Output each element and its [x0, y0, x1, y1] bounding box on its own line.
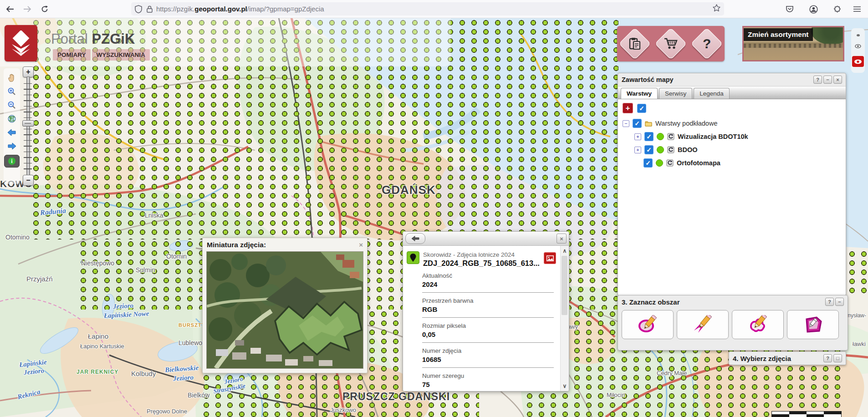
layer-group-label[interactable]: Warstwy podkładowe	[655, 120, 717, 127]
bookmark-star-icon[interactable]	[713, 4, 720, 14]
scroll-down-icon[interactable]: ∨	[561, 382, 569, 390]
edit-polygon-button[interactable]	[787, 310, 839, 339]
browser-back-button[interactable]	[3, 2, 17, 16]
title-regular: Portal	[51, 31, 92, 47]
full-extent-globe-icon[interactable]	[5, 112, 18, 126]
url-scheme: https://pzgik.	[156, 5, 194, 13]
aerial-photo-thumbnail	[206, 251, 363, 369]
scroll-up-icon[interactable]: ∧	[561, 247, 569, 255]
draw-freehand-button[interactable]	[732, 310, 784, 339]
collapse-icon[interactable]: −	[623, 120, 629, 127]
back-button[interactable]	[405, 233, 425, 244]
map-contents-title-bar[interactable]: Zawartość mapy ? − ×	[618, 73, 846, 86]
layer-checkbox[interactable]	[643, 158, 653, 168]
field-label: Rozmiar piksela	[422, 322, 558, 329]
draw-freehand-pencil-icon	[747, 315, 768, 334]
photo-centers-dots[interactable]	[846, 249, 868, 297]
zoom-out-icon[interactable]	[5, 98, 18, 112]
header-tabs: POMIARY WYSZUKIWANIA	[53, 49, 150, 61]
map-tools-toolbar: i	[4, 68, 20, 184]
field-value: 10685	[422, 356, 558, 363]
identify-info-button[interactable]: i	[4, 155, 20, 168]
panel-restore-button[interactable]: □	[833, 354, 842, 362]
draw-ellipse-button[interactable]	[622, 310, 674, 339]
all-layers-checkbox[interactable]	[637, 104, 646, 113]
panel-minimize-button[interactable]: −	[835, 298, 844, 306]
scrollbar-thumb[interactable]	[562, 256, 567, 315]
add-layer-button[interactable]: +	[623, 103, 633, 113]
zoom-slider-minus-button[interactable]: −	[23, 175, 34, 186]
panel-help-button[interactable]: ?	[823, 354, 832, 362]
help-icon: ?	[702, 36, 710, 51]
change-assortment-button[interactable]: Zmień asortyment	[742, 26, 844, 61]
help-button[interactable]: ?	[690, 28, 723, 60]
map-marker-icon	[407, 251, 419, 264]
layer-label[interactable]: Ortofotomapa	[677, 159, 720, 167]
panel-close-button[interactable]: ×	[833, 76, 842, 84]
zoom-slider-plus-button[interactable]: +	[23, 66, 34, 77]
layer-checkbox[interactable]	[644, 132, 654, 141]
visibility-eye-icon	[854, 59, 862, 64]
layer-checkbox[interactable]	[633, 119, 642, 128]
detail-scrollbar[interactable]: ∧ ∨	[560, 246, 569, 391]
lock-secure-icon[interactable]	[147, 5, 153, 13]
tab-legenda[interactable]: Legenda	[694, 88, 730, 99]
image-icon	[546, 255, 554, 261]
field: Numer szeregu 75	[422, 372, 558, 392]
layer-status-dot	[657, 146, 664, 153]
zoom-slider-handle[interactable]	[22, 120, 34, 127]
select-photos-panel[interactable]: 4. Wybierz zdjęcia ? □	[729, 351, 846, 365]
layer-checkbox[interactable]	[644, 145, 654, 154]
layer-label[interactable]: Wizualizacja BDOT10k	[678, 133, 748, 140]
expand-icon[interactable]: +	[634, 147, 641, 153]
layer-status-dot	[657, 133, 664, 140]
panel-help-button[interactable]: ?	[825, 298, 834, 306]
pan-hand-icon[interactable]	[5, 71, 18, 85]
expand-icon[interactable]: +	[634, 133, 641, 140]
url-text[interactable]: https://pzgik.geoportal.gov.pl/imap/?gpm…	[156, 5, 324, 13]
panel-title-text: 4. Wybierz zdjęcia	[733, 355, 791, 362]
panel-title-text: 3. Zaznacz obszar	[622, 298, 680, 306]
close-icon[interactable]: ×	[557, 234, 567, 244]
draw-arrow-button[interactable]	[677, 310, 729, 339]
tab-warstwy[interactable]: Warstwy	[621, 88, 658, 99]
layer-tree: + − Warstwy podkładowe + Wizualizacja BD…	[618, 99, 846, 295]
close-icon[interactable]: ×	[359, 241, 363, 249]
assortment-photo	[811, 26, 844, 45]
previous-view-arrow-icon[interactable]	[5, 126, 18, 139]
select-area-panel: 3. Zaznacz obszar ? −	[618, 295, 848, 351]
show-photo-button[interactable]	[544, 252, 556, 264]
order-toolbar: ?	[617, 26, 725, 61]
detail-top-bar: ×	[403, 232, 569, 246]
thumbnail-title-bar[interactable]: Miniatura zdjęcia: ×	[203, 238, 367, 252]
tab-wyszukiwania[interactable]: WYSZUKIWANIA	[92, 49, 150, 61]
pocket-save-icon[interactable]	[782, 2, 797, 16]
browser-reload-button[interactable]	[37, 2, 52, 16]
select-area-title-bar[interactable]: 3. Zaznacz obszar ? −	[618, 295, 848, 308]
menu-hamburger-icon[interactable]	[850, 2, 864, 16]
layer-label[interactable]: BDOO	[678, 146, 698, 153]
browser-forward-button[interactable]	[20, 2, 35, 16]
tab-pomiary[interactable]: POMIARY	[53, 49, 91, 61]
address-bar[interactable]: https://pzgik.geoportal.gov.pl/imap/?gpm…	[131, 2, 724, 15]
edit-polygon-pencil-icon	[803, 315, 823, 334]
shield-permissions-icon[interactable]	[135, 5, 142, 13]
account-icon[interactable]	[806, 2, 821, 16]
eye-small-icon[interactable]	[855, 44, 861, 48]
field: Aktualność 2024	[422, 272, 558, 293]
extensions-puzzle-icon[interactable]	[830, 2, 844, 16]
order-list-button[interactable]	[619, 28, 651, 60]
next-view-arrow-icon[interactable]	[5, 139, 18, 153]
layer-service-icon	[667, 146, 674, 153]
portal-logo[interactable]	[5, 25, 37, 61]
cart-button[interactable]	[655, 28, 687, 60]
browser-toolbar: https://pzgik.geoportal.gov.pl/imap/?gpm…	[0, 0, 868, 18]
clipboard-order-icon	[629, 37, 641, 50]
cart-icon	[664, 37, 678, 50]
panel-help-button[interactable]: ?	[813, 76, 822, 84]
tab-serwisy[interactable]: Serwisy	[659, 88, 692, 99]
toggle-visibility-button[interactable]	[852, 56, 864, 67]
dot-indicator[interactable]	[857, 34, 860, 36]
panel-minimize-button[interactable]: −	[823, 76, 832, 84]
zoom-in-icon[interactable]	[5, 85, 18, 98]
